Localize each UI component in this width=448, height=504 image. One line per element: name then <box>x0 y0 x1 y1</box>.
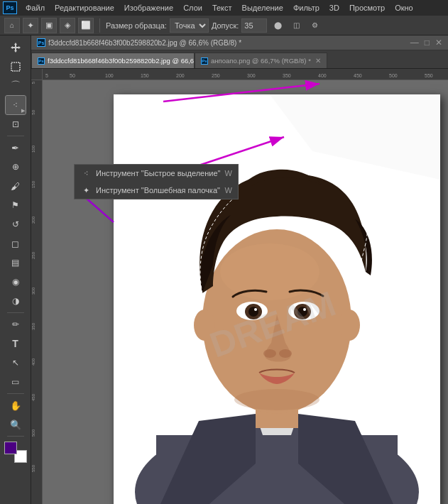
magic-wand-label: Инструмент "Волшебная палочка" <box>96 186 220 195</box>
menu-text[interactable]: Текст <box>208 2 236 13</box>
sample-size-select[interactable]: Точка <box>170 18 209 33</box>
sample-all-icon[interactable]: ⚙ <box>307 18 322 33</box>
document-canvas: DREAM <box>114 94 440 504</box>
eyedropper-tool[interactable]: ✒ <box>6 138 26 157</box>
marquee-tool[interactable] <box>6 57 26 76</box>
shape-tool[interactable]: ▭ <box>6 373 26 391</box>
hand-tool[interactable]: ✋ <box>6 396 26 415</box>
option5[interactable]: ⬜ <box>78 18 94 33</box>
magic-wand-menu-item[interactable]: ✦ Инструмент "Волшебная палочка" W <box>75 182 238 199</box>
canvas-container: DREAM ⁖ Инструмент "Быстрое выделение" W… <box>43 80 448 504</box>
color-swatches[interactable] <box>4 442 27 463</box>
pen-tool[interactable]: ✏ <box>6 315 26 334</box>
svg-point-20 <box>279 349 292 358</box>
tab-label-1: f3ddccfd81b668f46b3f00b2598820b2.jpg @ 6… <box>48 57 195 65</box>
options-separator-1 <box>99 18 100 33</box>
clone-stamp-tool[interactable]: ⚑ <box>6 196 26 214</box>
eraser-tool[interactable]: ◻ <box>6 234 26 253</box>
foreground-color-swatch[interactable] <box>4 442 17 454</box>
menu-bar: Ps Файл Редактирование Изображение Слои … <box>0 0 448 16</box>
svg-point-22 <box>339 309 360 341</box>
blur-tool[interactable]: ◉ <box>6 273 26 291</box>
lasso-tool[interactable]: ⌒ <box>6 77 26 95</box>
magic-wand-icon: ✦ <box>80 185 92 196</box>
tab-label-2: анпоапо.png @ 66,7% (RGB/8) * <box>211 57 311 65</box>
svg-line-29 <box>85 197 114 222</box>
tab-ps-icon-2: Ps <box>201 57 208 65</box>
active-doc-title: f3ddccfd81b668f46b3f00b2598820b2.jpg @ 6… <box>48 39 241 47</box>
quick-select-icon: ⁖ <box>80 168 92 179</box>
move-tool-option[interactable]: ⌂ <box>4 18 20 33</box>
separator-3 <box>7 393 24 394</box>
separator-4 <box>7 436 24 437</box>
brush-tool[interactable]: 🖌 <box>6 177 26 195</box>
portrait-image: DREAM <box>114 94 440 504</box>
ps-logo-icon: Ps <box>3 1 17 14</box>
menu-window[interactable]: Окно <box>390 2 417 13</box>
eyedropper-option[interactable]: ✦ <box>23 18 38 33</box>
gradient-tool[interactable]: ▤ <box>6 253 26 272</box>
menu-edit[interactable]: Редактирование <box>50 2 119 13</box>
crop-tool[interactable]: ⊡ <box>6 115 26 133</box>
menu-selection[interactable]: Выделение <box>238 2 288 13</box>
tolerance-input[interactable] <box>241 18 267 33</box>
zoom-tool[interactable]: 🔍 <box>6 415 26 434</box>
tab-close-2[interactable]: ✕ <box>315 57 321 65</box>
menu-file[interactable]: Файл <box>21 2 49 13</box>
menu-filter[interactable]: Фильтр <box>289 2 324 13</box>
anti-alias-icon[interactable]: ⬤ <box>270 18 285 33</box>
svg-rect-0 <box>11 62 20 71</box>
quick-select-tool[interactable]: ⁖ ▶ <box>6 96 26 114</box>
move-tool[interactable] <box>6 38 26 57</box>
quick-select-menu-item[interactable]: ⁖ Инструмент "Быстрое выделение" W <box>75 165 238 182</box>
workspace: Ps f3ddccfd81b668f46b3f00b2598820b2.jpg … <box>31 35 448 504</box>
separator-1 <box>7 136 24 136</box>
sample-size-label: Размер образца: <box>106 21 167 30</box>
healing-brush-tool[interactable]: ⊕ <box>6 158 26 176</box>
dodge-tool[interactable]: ◑ <box>6 292 26 310</box>
menu-layers[interactable]: Слои <box>179 2 207 13</box>
menu-3d[interactable]: 3D <box>325 2 344 13</box>
menu-view[interactable]: Просмотр <box>345 2 389 13</box>
option4[interactable]: ◈ <box>60 18 75 33</box>
tool-popup-menu: ⁖ Инструмент "Быстрое выделение" W ✦ Инс… <box>74 164 239 199</box>
main-area: ⌒ ⁖ ▶ ⊡ ✒ ⊕ 🖌 ⚑ ↺ ◻ ▤ ◉ ◑ ✏ T ↖ ▭ <box>0 35 448 504</box>
svg-point-19 <box>263 349 276 358</box>
svg-point-23 <box>234 389 319 410</box>
magic-wand-shortcut: W <box>224 186 231 195</box>
history-brush-tool[interactable]: ↺ <box>6 215 26 234</box>
tab-ps-icon-1: Ps <box>38 57 45 65</box>
tolerance-label: Допуск: <box>212 21 239 30</box>
canvas-image: DREAM <box>114 94 440 504</box>
option3[interactable]: ▣ <box>41 18 57 33</box>
toolbar: ⌒ ⁖ ▶ ⊡ ✒ ⊕ 🖌 ⚑ ↺ ◻ ▤ ◉ ◑ ✏ T ↖ ▭ <box>0 35 31 504</box>
close-btn[interactable]: ✕ <box>435 38 442 48</box>
contiguous-icon[interactable]: ◫ <box>288 18 304 33</box>
maximize-btn[interactable]: □ <box>425 38 430 48</box>
ruler-top: 5 50 100 150 200 250 300 350 400 450 500… <box>43 69 448 80</box>
separator-2 <box>7 312 24 313</box>
minimize-btn[interactable]: — <box>410 38 419 48</box>
path-select-tool[interactable]: ↖ <box>6 354 26 372</box>
options-bar: ⌂ ✦ ▣ ◈ ⬜ Размер образца: Точка Допуск: … <box>0 16 448 35</box>
tab-1[interactable]: Ps f3ddccfd81b668f46b3f00b2598820b2.jpg … <box>31 53 195 68</box>
quick-select-label: Инструмент "Быстрое выделение" <box>96 169 220 177</box>
quick-select-shortcut: W <box>224 169 231 177</box>
ruler-corner <box>31 69 43 80</box>
ruler-left: 5 50 100 150 200 250 300 350 400 450 500… <box>31 80 43 504</box>
tab-2[interactable]: Ps анпоапо.png @ 66,7% (RGB/8) * ✕ <box>195 53 327 68</box>
canvas-area: 5 50 100 150 200 250 300 350 400 450 500… <box>31 69 448 504</box>
tab-bar: Ps f3ddccfd81b668f46b3f00b2598820b2.jpg … <box>31 50 448 69</box>
menu-image[interactable]: Изображение <box>120 2 177 13</box>
active-doc-ps-icon: Ps <box>37 38 45 47</box>
type-tool[interactable]: T <box>6 334 26 353</box>
